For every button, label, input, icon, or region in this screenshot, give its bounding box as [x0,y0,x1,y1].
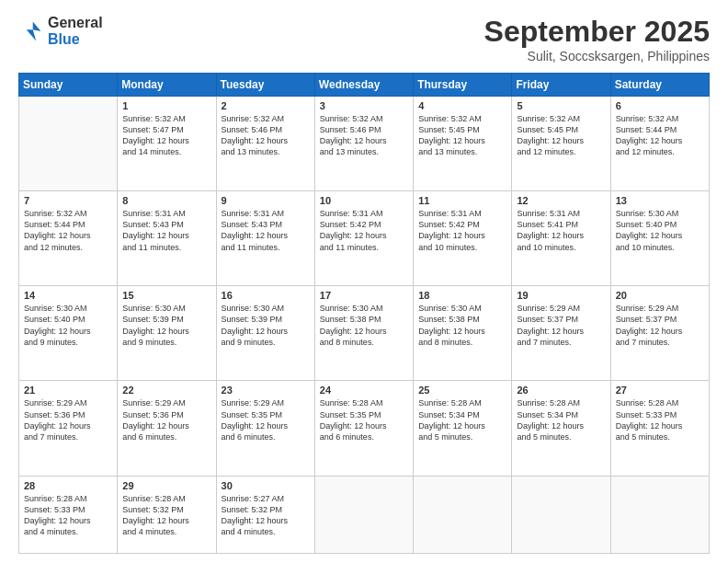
day-info: Sunrise: 5:32 AM Sunset: 5:47 PM Dayligh… [122,113,210,158]
day-info: Sunrise: 5:32 AM Sunset: 5:45 PM Dayligh… [517,113,605,158]
logo: General Blue [18,15,103,48]
logo-blue: Blue [48,31,103,48]
day-cell: 5Sunrise: 5:32 AM Sunset: 5:45 PM Daylig… [512,97,610,191]
weekday-header-thursday: Thursday [414,74,512,97]
weekday-header-friday: Friday [512,74,610,97]
day-number: 6 [616,100,704,111]
day-number: 5 [517,100,605,111]
day-number: 22 [122,385,210,396]
day-cell: 4Sunrise: 5:32 AM Sunset: 5:45 PM Daylig… [414,97,512,191]
day-cell: 1Sunrise: 5:32 AM Sunset: 5:47 PM Daylig… [118,97,216,191]
day-info: Sunrise: 5:29 AM Sunset: 5:36 PM Dayligh… [122,397,210,442]
day-info: Sunrise: 5:32 AM Sunset: 5:46 PM Dayligh… [222,113,310,158]
day-number: 27 [616,385,704,396]
day-cell: 21Sunrise: 5:29 AM Sunset: 5:36 PM Dayli… [19,381,118,476]
day-cell: 20Sunrise: 5:29 AM Sunset: 5:37 PM Dayli… [610,286,709,381]
day-number: 7 [24,195,112,206]
day-number: 9 [222,195,310,206]
day-info: Sunrise: 5:31 AM Sunset: 5:43 PM Dayligh… [222,208,310,253]
calendar-table: SundayMondayTuesdayWednesdayThursdayFrid… [18,73,710,554]
day-cell: 26Sunrise: 5:28 AM Sunset: 5:34 PM Dayli… [512,381,610,476]
day-info: Sunrise: 5:31 AM Sunset: 5:42 PM Dayligh… [320,208,408,253]
day-info: Sunrise: 5:30 AM Sunset: 5:39 PM Dayligh… [122,303,210,348]
page: General Blue September 2025 Sulit, Soccs… [0,0,728,563]
day-cell: 12Sunrise: 5:31 AM Sunset: 5:41 PM Dayli… [512,191,610,286]
day-info: Sunrise: 5:28 AM Sunset: 5:32 PM Dayligh… [122,493,210,538]
day-info: Sunrise: 5:32 AM Sunset: 5:46 PM Dayligh… [320,113,408,158]
logo-text: General Blue [48,15,103,48]
day-info: Sunrise: 5:27 AM Sunset: 5:32 PM Dayligh… [222,493,310,538]
day-cell: 25Sunrise: 5:28 AM Sunset: 5:34 PM Dayli… [414,381,512,476]
day-cell: 11Sunrise: 5:31 AM Sunset: 5:42 PM Dayli… [414,191,512,286]
day-cell: 30Sunrise: 5:27 AM Sunset: 5:32 PM Dayli… [216,476,314,553]
day-info: Sunrise: 5:29 AM Sunset: 5:36 PM Dayligh… [24,397,112,442]
week-row-4: 21Sunrise: 5:29 AM Sunset: 5:36 PM Dayli… [19,381,710,476]
day-info: Sunrise: 5:30 AM Sunset: 5:40 PM Dayligh… [24,303,112,348]
day-cell: 24Sunrise: 5:28 AM Sunset: 5:35 PM Dayli… [314,381,413,476]
day-cell: 2Sunrise: 5:32 AM Sunset: 5:46 PM Daylig… [216,97,314,191]
weekday-header-row: SundayMondayTuesdayWednesdayThursdayFrid… [19,74,710,97]
day-number: 17 [320,290,408,301]
day-info: Sunrise: 5:30 AM Sunset: 5:38 PM Dayligh… [320,303,408,348]
day-info: Sunrise: 5:31 AM Sunset: 5:43 PM Dayligh… [122,208,210,253]
week-row-3: 14Sunrise: 5:30 AM Sunset: 5:40 PM Dayli… [19,286,710,381]
day-number: 15 [122,290,210,301]
weekday-header-saturday: Saturday [610,74,709,97]
day-cell: 18Sunrise: 5:30 AM Sunset: 5:38 PM Dayli… [414,286,512,381]
day-cell: 23Sunrise: 5:29 AM Sunset: 5:35 PM Dayli… [216,381,314,476]
day-number: 3 [320,100,408,111]
day-cell: 14Sunrise: 5:30 AM Sunset: 5:40 PM Dayli… [19,286,118,381]
day-info: Sunrise: 5:30 AM Sunset: 5:39 PM Dayligh… [222,303,310,348]
day-cell: 7Sunrise: 5:32 AM Sunset: 5:44 PM Daylig… [19,191,118,286]
day-cell: 17Sunrise: 5:30 AM Sunset: 5:38 PM Dayli… [314,286,413,381]
day-cell [414,476,512,553]
day-number: 19 [517,290,605,301]
day-number: 28 [24,480,112,491]
location-title: Sulit, Soccsksargen, Philippines [484,49,710,63]
day-cell: 19Sunrise: 5:29 AM Sunset: 5:37 PM Dayli… [512,286,610,381]
logo-general: General [48,15,103,31]
day-number: 2 [222,100,310,111]
logo-icon [18,18,44,44]
day-number: 20 [616,290,704,301]
day-cell: 3Sunrise: 5:32 AM Sunset: 5:46 PM Daylig… [314,97,413,191]
day-info: Sunrise: 5:29 AM Sunset: 5:37 PM Dayligh… [616,303,704,348]
day-cell: 29Sunrise: 5:28 AM Sunset: 5:32 PM Dayli… [118,476,216,553]
day-cell: 28Sunrise: 5:28 AM Sunset: 5:33 PM Dayli… [19,476,118,553]
day-info: Sunrise: 5:32 AM Sunset: 5:45 PM Dayligh… [418,113,506,158]
day-number: 16 [222,290,310,301]
weekday-header-wednesday: Wednesday [314,74,413,97]
day-info: Sunrise: 5:32 AM Sunset: 5:44 PM Dayligh… [616,113,704,158]
day-info: Sunrise: 5:28 AM Sunset: 5:34 PM Dayligh… [517,397,605,442]
day-cell: 15Sunrise: 5:30 AM Sunset: 5:39 PM Dayli… [118,286,216,381]
weekday-header-tuesday: Tuesday [216,74,314,97]
day-info: Sunrise: 5:32 AM Sunset: 5:44 PM Dayligh… [24,208,112,253]
day-cell: 16Sunrise: 5:30 AM Sunset: 5:39 PM Dayli… [216,286,314,381]
day-cell [19,97,118,191]
day-number: 4 [418,100,506,111]
weekday-header-monday: Monday [118,74,216,97]
day-cell: 6Sunrise: 5:32 AM Sunset: 5:44 PM Daylig… [610,97,709,191]
day-number: 1 [122,100,210,111]
day-number: 11 [418,195,506,206]
header: General Blue September 2025 Sulit, Soccs… [18,15,710,63]
title-block: September 2025 Sulit, Soccsksargen, Phil… [484,15,710,63]
day-cell: 27Sunrise: 5:28 AM Sunset: 5:33 PM Dayli… [610,381,709,476]
day-info: Sunrise: 5:30 AM Sunset: 5:38 PM Dayligh… [418,303,506,348]
day-cell: 22Sunrise: 5:29 AM Sunset: 5:36 PM Dayli… [118,381,216,476]
day-cell [610,476,709,553]
day-info: Sunrise: 5:29 AM Sunset: 5:37 PM Dayligh… [517,303,605,348]
month-title: September 2025 [484,15,710,49]
day-info: Sunrise: 5:30 AM Sunset: 5:40 PM Dayligh… [616,208,704,253]
day-number: 26 [517,385,605,396]
day-info: Sunrise: 5:31 AM Sunset: 5:41 PM Dayligh… [517,208,605,253]
week-row-2: 7Sunrise: 5:32 AM Sunset: 5:44 PM Daylig… [19,191,710,286]
day-number: 24 [320,385,408,396]
day-number: 12 [517,195,605,206]
day-info: Sunrise: 5:28 AM Sunset: 5:33 PM Dayligh… [24,493,112,538]
day-number: 10 [320,195,408,206]
day-info: Sunrise: 5:29 AM Sunset: 5:35 PM Dayligh… [222,397,310,442]
weekday-header-sunday: Sunday [19,74,118,97]
week-row-1: 1Sunrise: 5:32 AM Sunset: 5:47 PM Daylig… [19,97,710,191]
day-number: 21 [24,385,112,396]
